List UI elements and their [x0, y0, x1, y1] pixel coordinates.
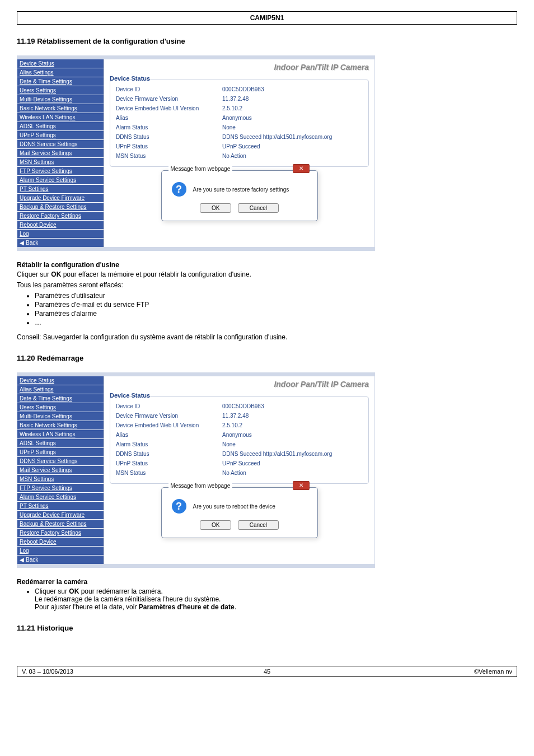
cancel-button[interactable]: Cancel	[238, 203, 279, 213]
row-key: UPnP Status	[116, 460, 222, 466]
sidebar-item-log[interactable]: Log	[17, 547, 104, 556]
list-item: …	[35, 318, 517, 327]
sidebar-item-wireless-lan[interactable]: Wireless LAN Settings	[17, 430, 104, 439]
row-val: 000C5DDDB983	[222, 403, 363, 409]
screenshot-restore-factory: Device Status Alias Settings Date & Time…	[17, 55, 375, 251]
row-key: DDNS Status	[116, 451, 222, 457]
dialog-title: Message from webpage	[168, 166, 233, 172]
main-panel: Indoor Pan/Tilt IP Camera Device Status …	[104, 59, 374, 247]
page-header: CAMIP5N1	[17, 11, 517, 25]
table-row: Device Embeded Web UI Version2.5.10.2	[116, 104, 363, 113]
sidebar-item-wireless-lan[interactable]: Wireless LAN Settings	[17, 113, 104, 122]
restore-heading: Rétablir la configuration d'usine	[17, 261, 517, 269]
sidebar-item-device-status[interactable]: Device Status	[17, 59, 104, 68]
sidebar-item-upgrade-firmware[interactable]: Upgrade Device Firmware	[17, 194, 104, 203]
row-val: No Action	[222, 153, 363, 159]
sidebar-item-upgrade-firmware[interactable]: Upgrade Device Firmware	[17, 511, 104, 520]
sidebar-item-reboot[interactable]: Reboot Device	[17, 221, 104, 230]
sidebar-item-alarm[interactable]: Alarm Service Settings	[17, 176, 104, 185]
table-row: Alarm StatusNone	[116, 440, 363, 449]
row-key: Device Firmware Version	[116, 413, 222, 419]
row-val: DDNS Succeed http://ak1501.myfoscam.org	[222, 451, 363, 457]
section-11-21-title: 11.21 Historique	[17, 624, 517, 632]
sidebar-item-msn[interactable]: MSN Settings	[17, 158, 104, 167]
row-key: Device Embeded Web UI Version	[116, 105, 222, 111]
sidebar-item-mail[interactable]: Mail Service Settings	[17, 466, 104, 475]
table-row: UPnP StatusUPnP Succeed	[116, 459, 363, 468]
sidebar-item-multi-device[interactable]: Multi-Device Settings	[17, 95, 104, 104]
sidebar-back[interactable]: ◀ Back	[17, 239, 104, 247]
sidebar-item-pt[interactable]: PT Settings	[17, 502, 104, 511]
sidebar-item-restore-factory[interactable]: Restore Factory Settings	[17, 212, 104, 221]
sidebar-item-backup-restore[interactable]: Backup & Restore Settings	[17, 203, 104, 212]
sidebar-item-mail[interactable]: Mail Service Settings	[17, 149, 104, 158]
row-key: MSN Status	[116, 470, 222, 476]
sidebar-item-basic-network[interactable]: Basic Network Settings	[17, 421, 104, 430]
sidebar-item-msn[interactable]: MSN Settings	[17, 475, 104, 484]
sidebar-item-restore-factory[interactable]: Restore Factory Settings	[17, 529, 104, 538]
table-row: Device ID000C5DDDB983	[116, 402, 363, 411]
sidebar-item-users[interactable]: Users Settings	[17, 86, 104, 95]
row-val: 2.5.10.2	[222, 105, 363, 111]
table-row: Alarm StatusNone	[116, 123, 363, 132]
ok-button[interactable]: OK	[200, 203, 231, 213]
sidebar-item-ftp[interactable]: FTP Service Settings	[17, 167, 104, 176]
list-item: Paramètres d'alarme	[35, 309, 517, 318]
row-val: Anonymous	[222, 115, 363, 121]
sidebar-item-ddns[interactable]: DDNS Service Settings	[17, 457, 104, 466]
sidebar-item-users[interactable]: Users Settings	[17, 403, 104, 412]
sidebar-item-adsl[interactable]: ADSL Settings	[17, 122, 104, 131]
sidebar-item-log[interactable]: Log	[17, 230, 104, 239]
row-val: 000C5DDDB983	[222, 86, 363, 92]
sidebar-back[interactable]: ◀ Back	[17, 556, 104, 564]
sidebar-item-adsl[interactable]: ADSL Settings	[17, 439, 104, 448]
row-key: MSN Status	[116, 153, 222, 159]
sidebar-item-backup-restore[interactable]: Backup & Restore Settings	[17, 520, 104, 529]
table-row: AliasAnonymous	[116, 430, 363, 440]
restore-desc2: Tous les paramètres seront effacés:	[17, 281, 517, 290]
row-val: None	[222, 124, 363, 130]
table-row: Device Embeded Web UI Version2.5.10.2	[116, 421, 363, 430]
sidebar-item-alarm[interactable]: Alarm Service Settings	[17, 493, 104, 502]
sidebar-item-device-status[interactable]: Device Status	[17, 376, 104, 385]
sidebar-item-ddns[interactable]: DDNS Service Settings	[17, 140, 104, 149]
dialog-message: Are you sure to reboot the device	[193, 503, 275, 510]
cancel-button[interactable]: Cancel	[238, 520, 279, 530]
sidebar-item-alias-settings[interactable]: Alias Settings	[17, 385, 104, 394]
dialog-close-icon[interactable]: ✕	[293, 481, 310, 490]
sidebar-item-upnp[interactable]: UPnP Settings	[17, 448, 104, 457]
row-key: Device Firmware Version	[116, 96, 222, 102]
footer-left: V. 03 – 10/06/2013	[22, 668, 185, 675]
table-row: DDNS StatusDDNS Succeed http://ak1501.my…	[116, 449, 363, 459]
row-val: No Action	[222, 470, 363, 476]
sidebar-item-date-time[interactable]: Date & Time Settings	[17, 394, 104, 403]
section-11-19-title: 11.19 Rétablissement de la configuration…	[17, 37, 517, 45]
sidebar-item-date-time[interactable]: Date & Time Settings	[17, 77, 104, 86]
list-item: Paramètres d'utilisateur	[35, 291, 517, 300]
row-key: Alarm Status	[116, 441, 222, 447]
sidebar-item-ftp[interactable]: FTP Service Settings	[17, 484, 104, 493]
ok-button[interactable]: OK	[200, 520, 231, 530]
sidebar: Device Status Alias Settings Date & Time…	[17, 59, 104, 247]
row-val: 11.37.2.48	[222, 96, 363, 102]
reboot-bullets: Cliquer sur OK pour redémarrer la caméra…	[35, 587, 517, 612]
row-key: Alias	[116, 115, 222, 121]
table-row: Device Firmware Version11.37.2.48	[116, 94, 363, 104]
dialog-close-icon[interactable]: ✕	[293, 164, 310, 173]
row-val: DDNS Succeed http://ak1501.myfoscam.org	[222, 134, 363, 140]
camera-title: Indoor Pan/Tilt IP Camera	[110, 380, 369, 389]
sidebar-item-alias-settings[interactable]: Alias Settings	[17, 68, 104, 77]
sidebar-item-pt[interactable]: PT Settings	[17, 185, 104, 194]
sidebar-item-basic-network[interactable]: Basic Network Settings	[17, 104, 104, 113]
row-val: None	[222, 441, 363, 447]
table-row: Device ID000C5DDDB983	[116, 85, 363, 94]
sidebar-item-reboot[interactable]: Reboot Device	[17, 538, 104, 547]
dialog-title: Message from webpage	[168, 483, 233, 489]
sidebar-item-upnp[interactable]: UPnP Settings	[17, 131, 104, 140]
row-key: Alias	[116, 432, 222, 438]
table-row: AliasAnonymous	[116, 113, 363, 123]
back-arrow-icon: ◀	[20, 240, 24, 246]
sidebar-item-multi-device[interactable]: Multi-Device Settings	[17, 412, 104, 421]
list-item: Cliquer sur OK pour redémarrer la caméra…	[35, 587, 517, 612]
section-11-20-title: 11.20 Redémarrage	[17, 354, 517, 362]
